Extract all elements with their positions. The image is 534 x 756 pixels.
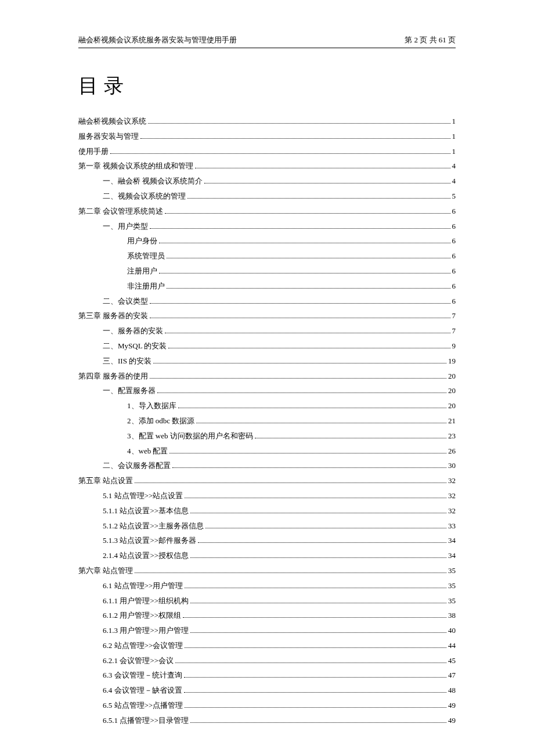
toc-leader-dots xyxy=(175,656,446,663)
toc-entry-page: 20 xyxy=(448,400,456,412)
toc-entry-label: 服务器安装与管理 xyxy=(78,131,139,143)
toc-entry[interactable]: 第五章 站点设置32 xyxy=(78,475,456,487)
toc-leader-dots xyxy=(204,177,450,183)
toc-leader-dots xyxy=(178,401,447,408)
toc-entry-page: 48 xyxy=(448,685,456,697)
toc-entry[interactable]: 用户身份6 xyxy=(78,235,456,247)
toc-entry-page: 34 xyxy=(448,550,456,562)
toc-entry[interactable]: 6.3 会议管理－统计查询47 xyxy=(78,669,456,682)
toc-entry[interactable]: 一、配置服务器20 xyxy=(78,385,456,397)
toc-entry-page: 5 xyxy=(452,190,456,203)
toc-title: 目录 xyxy=(78,73,456,99)
toc-entry[interactable]: 二、会议类型6 xyxy=(78,296,456,308)
toc-entry[interactable]: 一、融会桥 视频会议系统简介4 xyxy=(78,175,456,188)
toc-entry[interactable]: 二、会议服务器配置30 xyxy=(78,460,456,472)
toc-entry-page: 9 xyxy=(452,340,456,352)
toc-entry-page: 6 xyxy=(452,235,456,247)
toc-entry[interactable]: 第四章 服务器的使用20 xyxy=(78,370,456,383)
toc-entry-page: 6 xyxy=(452,221,456,233)
toc-entry-label: 1、导入数据库 xyxy=(127,400,176,412)
toc-entry-label: 5.1 站点管理>>站点设置 xyxy=(103,490,183,502)
toc-entry[interactable]: 2.1.4 站点设置>>授权信息34 xyxy=(78,550,456,562)
header-page-number: 第 2 页 共 61 页 xyxy=(405,35,456,45)
toc-entry[interactable]: 二、MySQL 的安装9 xyxy=(78,340,456,352)
toc-entry[interactable]: 5.1.1 站点设置>>基本信息32 xyxy=(78,505,456,517)
toc-entry-page: 49 xyxy=(448,715,456,727)
toc-leader-dots xyxy=(205,521,446,528)
toc-leader-dots xyxy=(153,357,446,363)
toc-entry-label: 5.1.1 站点设置>>基本信息 xyxy=(103,505,189,517)
toc-entry[interactable]: 一、用户类型6 xyxy=(78,221,456,233)
toc-entry-page: 33 xyxy=(448,520,456,532)
toc-entry[interactable]: 使用手册1 xyxy=(78,146,456,158)
toc-leader-dots xyxy=(135,476,446,483)
toc-entry[interactable]: 5.1 站点管理>>站点设置32 xyxy=(78,490,456,502)
toc-entry-page: 32 xyxy=(448,475,456,487)
toc-entry[interactable]: 服务器安装与管理1 xyxy=(78,131,456,143)
toc-entry-page: 38 xyxy=(448,610,456,622)
toc-entry-page: 32 xyxy=(448,490,456,502)
toc-entry[interactable]: 6.2 站点管理>>会议管理44 xyxy=(78,640,456,652)
toc-leader-dots xyxy=(150,372,446,379)
toc-entry[interactable]: 5.1.3 站点设置>>邮件服务器34 xyxy=(78,535,456,547)
toc-entry[interactable]: 系统管理员6 xyxy=(78,250,456,262)
toc-entry-label: 融会桥视频会议系统 xyxy=(78,116,146,128)
toc-leader-dots xyxy=(185,581,446,588)
toc-entry[interactable]: 6.1.3 用户管理>>用户管理40 xyxy=(78,625,456,637)
toc-entry-page: 6 xyxy=(452,280,456,293)
toc-entry-label: 6.1 站点管理>>用户管理 xyxy=(103,580,183,592)
toc-leader-dots xyxy=(190,626,446,633)
toc-leader-dots xyxy=(195,161,450,168)
toc-entry-label: 6.4 会议管理－缺省设置 xyxy=(103,685,182,697)
toc-entry[interactable]: 2、添加 odbc 数据源21 xyxy=(78,415,456,427)
toc-entry[interactable]: 3、配置 web 访问数据的用户名和密码23 xyxy=(78,430,456,442)
toc-entry[interactable]: 第一章 视频会议系统的组成和管理4 xyxy=(78,160,456,172)
toc-entry-label: 二、MySQL 的安装 xyxy=(103,340,167,352)
toc-entry[interactable]: 三、IIS 的安装19 xyxy=(78,355,456,368)
toc-entry[interactable]: 6.2.1 会议管理>>会议45 xyxy=(78,655,456,667)
toc-entry-label: 4、web 配置 xyxy=(127,445,168,458)
toc-leader-dots xyxy=(183,611,446,618)
toc-entry-page: 26 xyxy=(448,445,456,458)
toc-entry-label: 三、IIS 的安装 xyxy=(103,355,151,368)
toc-entry-label: 2.1.4 站点设置>>授权信息 xyxy=(103,550,189,562)
toc-entry[interactable]: 第六章 站点管理35 xyxy=(78,565,456,577)
toc-entry[interactable]: 第三章 服务器的安装7 xyxy=(78,310,456,322)
toc-entry-label: 6.1.2 用户管理>>权限组 xyxy=(103,610,181,622)
page-header: 融会桥视频会议系统服务器安装与管理使用手册 第 2 页 共 61 页 xyxy=(78,35,456,48)
toc-entry-page: 47 xyxy=(448,669,456,682)
toc-entry[interactable]: 6.1.1 用户管理>>组织机构35 xyxy=(78,595,456,607)
toc-leader-dots xyxy=(190,506,446,513)
toc-entry[interactable]: 1、导入数据库20 xyxy=(78,400,456,412)
toc-entry-page: 35 xyxy=(448,565,456,577)
toc-entry-label: 6.5.1 点播管理>>目录管理 xyxy=(103,715,189,727)
toc-leader-dots xyxy=(190,596,446,603)
toc-entry[interactable]: 非注册用户6 xyxy=(78,280,456,293)
toc-entry-label: 5.1.3 站点设置>>邮件服务器 xyxy=(103,535,196,547)
toc-entry-page: 6 xyxy=(452,250,456,262)
toc-entry[interactable]: 一、服务器的安装7 xyxy=(78,325,456,337)
toc-entry[interactable]: 二、视频会议系统的管理5 xyxy=(78,190,456,203)
toc-leader-dots xyxy=(172,461,446,468)
toc-entry-page: 19 xyxy=(448,355,456,368)
toc-entry[interactable]: 6.5.1 点播管理>>目录管理49 xyxy=(78,715,456,727)
toc-entry-label: 二、视频会议系统的管理 xyxy=(103,190,186,203)
toc-entry[interactable]: 6.1.2 用户管理>>权限组38 xyxy=(78,610,456,622)
toc-entry[interactable]: 6.1 站点管理>>用户管理35 xyxy=(78,580,456,592)
toc-entry-label: 第六章 站点管理 xyxy=(78,565,133,577)
toc-entry[interactable]: 6.4 会议管理－缺省设置48 xyxy=(78,685,456,697)
toc-entry-label: 非注册用户 xyxy=(127,280,165,293)
toc-entry[interactable]: 6.5 站点管理>>点播管理49 xyxy=(78,700,456,712)
toc-entry[interactable]: 5.1.2 站点设置>>主服务器信息33 xyxy=(78,520,456,532)
toc-entry-label: 3、配置 web 访问数据的用户名和密码 xyxy=(127,430,253,442)
toc-entry-label: 一、配置服务器 xyxy=(103,385,156,397)
toc-leader-dots xyxy=(150,311,450,318)
toc-leader-dots xyxy=(150,222,450,229)
toc-entry[interactable]: 融会桥视频会议系统1 xyxy=(78,116,456,128)
toc-leader-dots xyxy=(196,416,446,423)
toc-leader-dots xyxy=(167,282,450,289)
toc-entry[interactable]: 第二章 会议管理系统简述6 xyxy=(78,206,456,218)
toc-entry[interactable]: 注册用户6 xyxy=(78,265,456,278)
toc-entry[interactable]: 4、web 配置26 xyxy=(78,445,456,458)
toc-entry-page: 6 xyxy=(452,296,456,308)
